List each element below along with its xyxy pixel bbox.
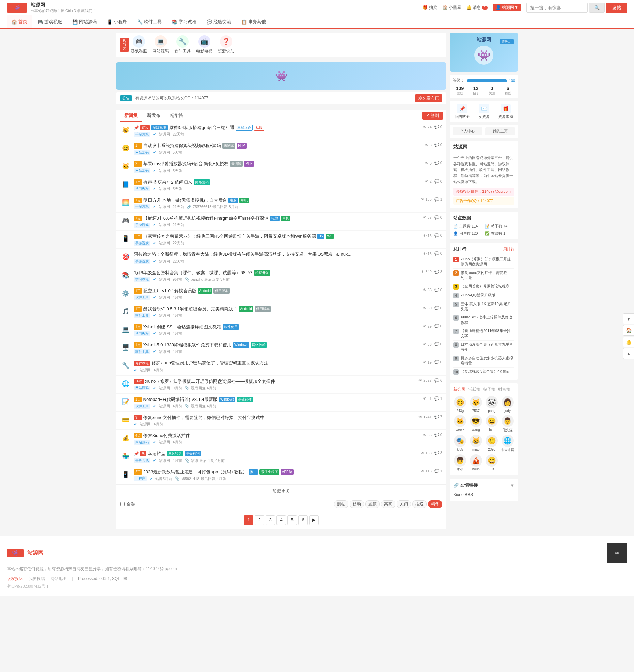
member-item[interactable]: 😎 wang <box>469 415 483 433</box>
rank-text-1[interactable]: xiuno（修罗）知乎模板二开虚假仿网盘资源网 <box>461 256 514 267</box>
member-item[interactable]: 😺 7537 <box>469 396 483 413</box>
nav-item-tutorial[interactable]: 📚 学习教程 <box>167 15 201 29</box>
member-item[interactable]: 😊 243g <box>453 396 467 413</box>
post-link[interactable]: 1到9年级全套资料合集（课件、教案、微课、试题等）68.7G <box>134 270 253 276</box>
member-item[interactable]: 👦 李少 <box>453 454 467 472</box>
post-link[interactable]: 配套工厂 v1.0.1解锁会员版 <box>143 288 196 294</box>
nav-item-home[interactable]: 🏠 首页 <box>7 15 32 29</box>
post-link[interactable]: Notepad++(代码编辑器) V8.1.4最新版 <box>143 396 218 403</box>
side-icon-bell[interactable]: 🔔 <box>623 337 634 347</box>
tab-wealth[interactable]: 财富榜 <box>498 387 510 393</box>
member-item[interactable]: 🐱 wewe <box>453 415 467 433</box>
nav-item-mini[interactable]: 📱 小程序 <box>102 15 132 29</box>
filter-featured[interactable]: 精华 <box>428 500 442 508</box>
rank-text-6[interactable]: XiunoBBS 七牛上传插件及修改教程 <box>461 315 514 325</box>
post-link[interactable]: 【崩坏3】6.6单机版虚拟机视频教程内置gm命令可做任务打深渊 <box>143 215 269 221</box>
load-more-btn[interactable]: 加载更多 <box>116 484 446 498</box>
post-resource-action[interactable]: ✉️ 发资源 <box>474 104 493 119</box>
filter-top[interactable]: 置顶 <box>365 500 380 508</box>
tab-featured[interactable]: 精华帖 <box>165 110 188 122</box>
post-link[interactable]: 自动发卡系统搭建保姆级视频教程+源码 <box>143 143 221 149</box>
rank-text-7[interactable]: 【新迪珠精选2011年98集全[中文字 <box>461 328 514 339</box>
forever-btn[interactable]: 永久发布页 <box>415 94 442 102</box>
side-icon-home[interactable]: 🏠 <box>623 325 634 336</box>
post-link[interactable]: 《露营传奇之荣耀营业》：经典三网H5全网通剧情向关手游，附带安卓版本和Win服务… <box>143 233 316 239</box>
member-item[interactable]: 🐼 pang <box>485 396 499 413</box>
member-item[interactable]: 😄 Eilf <box>485 454 499 472</box>
post-link[interactable]: 幸运转盘 <box>148 451 165 457</box>
filter-move[interactable]: 移动 <box>350 500 364 508</box>
blacklist-link[interactable]: 🏠 小黑屋 <box>443 5 461 11</box>
footer-sitemap-link[interactable]: 网站地图 <box>50 576 67 582</box>
filter-push[interactable]: 推送 <box>412 500 427 508</box>
post-link[interactable]: Xshell 创建 SSH 会话连接详细图文教程 <box>143 324 221 330</box>
side-icon-up[interactable]: ▲ <box>623 348 634 359</box>
cat-software[interactable]: 🔧 软件工具 <box>174 35 191 54</box>
post-link[interactable]: 修罗xiuno管理员用户密码忘记了，管理密码重置回默认方法 <box>152 360 268 366</box>
nav-item-source[interactable]: 💾 网站源码 <box>67 15 101 29</box>
my-posts-action[interactable]: 📌 我的帖子 <box>453 104 472 119</box>
sign-in-btn[interactable]: ✔ 签到 <box>422 112 443 120</box>
nav-item-experience[interactable]: 💬 经验交流 <box>202 15 236 29</box>
friend-link-xiuno[interactable]: Xiuno BBS <box>453 491 514 498</box>
post-link[interactable]: 苹果cms弹幕播放器源码+后台 简化+免授权 <box>143 161 229 167</box>
tab-new-member[interactable]: 新会员 <box>453 387 465 393</box>
post-link[interactable]: xiuno（修罗）知乎模板二开虚假仿网盘资源社——模板加全套插件 <box>145 378 275 385</box>
member-item[interactable]: 👩 judy <box>501 396 515 413</box>
post-link[interactable]: 阿拉德之怒：全新征程，燃情青春大陆！经典3D横版格斗闯关手游高清登场，支持安卓、… <box>134 251 351 257</box>
post-link[interactable]: 明日方舟 本地一键(无需虚拟机)，自带后台 <box>143 197 227 203</box>
friends-toggle[interactable]: ▼ <box>510 483 514 488</box>
post-link[interactable]: 修罗Xiuno付费激活插件 <box>143 433 190 439</box>
side-icon-down[interactable]: ▼ <box>623 313 634 324</box>
page-3[interactable]: 3 <box>266 515 275 525</box>
rank-text-4[interactable]: xiuno-QQ登录升级版 <box>461 293 495 298</box>
page-2[interactable]: 2 <box>255 515 264 525</box>
cat-game[interactable]: 🎮 游戏私服 <box>130 35 147 54</box>
page-next[interactable]: ▶ <box>309 515 319 525</box>
search-input[interactable] <box>526 3 588 13</box>
nav-item-other[interactable]: 📋 事务其他 <box>237 15 271 29</box>
nav-item-software[interactable]: 🔧 软件工具 <box>132 15 167 29</box>
nav-item-game[interactable]: 🎮 游戏私服 <box>33 15 67 29</box>
page-1[interactable]: 1 <box>244 515 253 525</box>
page-6[interactable]: 6 <box>298 515 308 525</box>
filter-close[interactable]: 关闭 <box>397 500 411 508</box>
member-item[interactable]: 🎪 houh <box>469 454 483 472</box>
message-link[interactable]: 🔔 消息 1 <box>466 5 488 11</box>
post-button[interactable]: 发帖 <box>606 3 627 13</box>
footer-submit-link[interactable]: 我要投稿 <box>29 576 45 582</box>
filter-highlight[interactable]: 高亮 <box>381 500 395 508</box>
rankings-tab-week[interactable]: 周排行 <box>503 247 514 252</box>
member-item[interactable]: 😸 miao <box>469 435 483 452</box>
rank-text-2[interactable]: 修复xiuno支付插件，需要签约，微 <box>461 270 514 281</box>
post-link[interactable]: 修复xiuno支付插件，需要签约，微信已对好接、支付宝测试中 <box>143 415 265 421</box>
rank-text-10[interactable]: （篮球视频 3部合集）4K超值 <box>461 369 510 374</box>
member-item[interactable]: 🌐 未未来网 <box>501 435 515 452</box>
filter-delete[interactable]: 删帖 <box>334 500 348 508</box>
page-5[interactable]: 5 <box>287 515 297 525</box>
member-item[interactable]: 🙂 2390 <box>485 435 499 452</box>
cat-resource[interactable]: ❓ 资源求助 <box>218 35 235 54</box>
tab-posts[interactable]: 帖子榜 <box>483 387 495 393</box>
member-item[interactable]: 😀 hxb <box>485 415 499 433</box>
select-all-checkbox[interactable] <box>120 502 125 506</box>
user-menu[interactable]: 👤 站源网▼ <box>493 4 521 11</box>
member-item[interactable]: 🎭 ki85 <box>453 435 467 452</box>
tab-new-reply[interactable]: 新回复 <box>120 110 142 122</box>
post-link[interactable]: 有声书·庆余年2 范闲归来 <box>143 179 192 185</box>
post-link[interactable]: 酷我音乐V10.5.3.1解锁超级会员、完美精简版！ <box>143 306 238 312</box>
rank-text-8[interactable]: 日本动漫影全集（近几年九乎所有变 <box>461 342 514 353</box>
page-4[interactable]: 4 <box>276 515 286 525</box>
post-link[interactable]: 原神3.4私服搭建gm后台三端互通 <box>169 125 234 131</box>
post-link[interactable]: Xshell-5.0.1339终端模拟软件免费下载和使用 <box>143 342 232 348</box>
footer-copyright-link[interactable]: 版权投诉 <box>7 576 23 582</box>
tab-new-post[interactable]: 新发布 <box>142 110 165 122</box>
post-link[interactable]: 2023最新款数码营业搭建，可打包app【源码+教程】 <box>143 469 247 475</box>
tab-active[interactable]: 活跃榜 <box>468 387 480 393</box>
rank-text-9[interactable]: 拼多多自动促发多多机器人虚拟店铺营 <box>461 356 514 366</box>
rank-text-3[interactable]: （全网首发）修罗轮论坛程序 <box>461 284 509 289</box>
lottery-link[interactable]: 🎁 抽奖 <box>423 5 437 11</box>
cat-source[interactable]: 💻 网站源码 <box>152 35 169 54</box>
member-item[interactable]: 👨 段先森 <box>501 415 515 433</box>
profile-center-link[interactable]: 个人中心 <box>453 127 482 135</box>
